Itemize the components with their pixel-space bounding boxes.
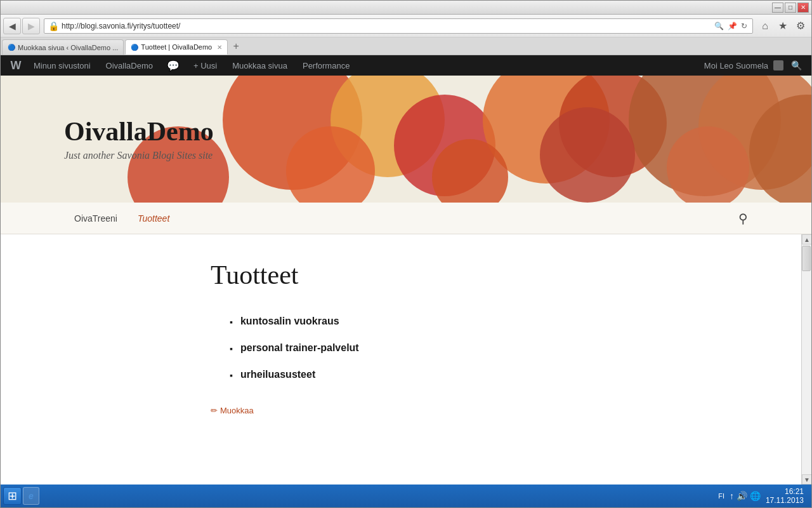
page-content: Tuotteet kuntosalin vuokraus personal tr… — [1, 234, 811, 485]
tab-favicon-muokkaa: 🔵 — [8, 44, 15, 51]
wp-logo-icon: W — [11, 59, 22, 72]
taskbar-network-icon: 🌐 — [750, 491, 761, 501]
scrollbar[interactable]: ▲ ▼ — [801, 234, 811, 485]
scroll-track — [802, 271, 811, 474]
list-item-3: urheiluasusteet — [230, 369, 591, 380]
user-avatar — [773, 60, 783, 70]
wp-admin-bar: W Minun sivustoni OivallaDemo 💬 + Uusi M… — [1, 55, 811, 76]
site-nav-oivatreeni-label: OivaTreeni — [74, 213, 117, 224]
list-item-2: personal trainer-palvelut — [230, 342, 591, 354]
wp-admin-performance[interactable]: Performance — [295, 55, 357, 76]
tab-favicon-tuotteet: 🔵 — [131, 44, 138, 51]
new-tab-button[interactable]: + — [229, 39, 243, 53]
site-title: OivallaDemo — [64, 117, 214, 146]
scroll-down-arrow[interactable]: ▼ — [802, 474, 811, 485]
refresh-icon[interactable]: ↻ — [740, 22, 749, 30]
taskbar-time: 16:21 — [766, 487, 804, 496]
list-item-1-text: kuntosalin vuokraus — [240, 316, 339, 327]
taskbar-clock: 16:21 17.11.2013 — [766, 487, 804, 505]
wp-search-button[interactable]: 🔍 — [786, 55, 806, 76]
taskbar: ⊞ e FI ↑ 🔊 🌐 16:21 17.11.2013 — [1, 485, 811, 507]
header-circle — [540, 107, 635, 203]
taskbar-volume-icon: 🔊 — [737, 491, 747, 501]
page-scrollable: Tuotteet kuntosalin vuokraus personal tr… — [1, 234, 801, 485]
ie-icon: e — [29, 491, 34, 501]
taskbar-right: FI ↑ 🔊 🌐 16:21 17.11.2013 — [713, 487, 809, 505]
address-actions: 🔍 📌 ↻ — [713, 22, 749, 30]
products-list: kuntosalin vuokraus personal trainer-pal… — [230, 316, 591, 380]
taskbar-date: 17.11.2013 — [766, 496, 804, 505]
home-button[interactable]: ⌂ — [757, 18, 773, 34]
comment-icon: 💬 — [167, 60, 180, 72]
forward-button[interactable]: ▶ — [22, 18, 40, 34]
title-bar: — □ ✕ — [1, 1, 811, 15]
site-tagline: Just another Savonia Blogi Sites site — [64, 150, 214, 161]
wp-admin-new-label: + Uusi — [193, 61, 217, 70]
settings-button[interactable]: ⚙ — [792, 18, 809, 34]
site-nav-oivatreeni[interactable]: OivaTreeni — [64, 203, 128, 234]
site-nav-tuotteet-label: Tuotteet — [138, 213, 169, 224]
edit-pencil-icon: ✏ — [211, 406, 218, 415]
browser-content: W Minun sivustoni OivallaDemo 💬 + Uusi M… — [1, 55, 811, 485]
minimize-button[interactable]: — — [772, 3, 783, 13]
scroll-thumb[interactable] — [802, 246, 811, 271]
taskbar-arrow-icon: ↑ — [730, 491, 734, 501]
wp-user-greeting[interactable]: Moi Leo Suomela — [704, 61, 768, 70]
tab-tuotteet[interactable]: 🔵 Tuotteet | OivallaDemo ✕ — [125, 39, 228, 55]
list-item-3-text: urheiluasusteet — [240, 369, 315, 380]
search-icon: ⚲ — [738, 211, 748, 225]
site-search-button[interactable]: ⚲ — [738, 211, 748, 226]
start-icon: ⊞ — [8, 489, 17, 503]
scroll-up-arrow[interactable]: ▲ — [802, 234, 811, 244]
address-text: http://blogi.savonia.fi/yritys/tuotteet/ — [62, 22, 713, 30]
wp-admin-edit-page[interactable]: Muokkaa sivua — [225, 55, 295, 76]
wp-admin-site-name[interactable]: OivallaDemo — [98, 55, 160, 76]
header-text: OivallaDemo Just another Savonia Blogi S… — [64, 117, 214, 161]
navigation-bar: ◀ ▶ 🔒 http://blogi.savonia.fi/yritys/tuo… — [1, 15, 811, 37]
window-controls: — □ ✕ — [772, 3, 809, 13]
taskbar-sys-icons: ↑ 🔊 🌐 — [730, 491, 761, 501]
main-content: Tuotteet kuntosalin vuokraus personal tr… — [1, 234, 801, 485]
site-nav: OivaTreeni Tuotteet ⚲ — [1, 203, 811, 234]
taskbar-ie[interactable]: e — [23, 487, 39, 505]
tab-label-tuotteet: Tuotteet | OivallaDemo — [141, 43, 212, 51]
pin-icon[interactable]: 📌 — [726, 22, 738, 30]
wp-admin-my-sites-label: Minun sivustoni — [34, 61, 91, 70]
start-button[interactable]: ⊞ — [3, 487, 22, 505]
wp-admin-my-sites[interactable]: Minun sivustoni — [26, 55, 98, 76]
tab-muokkaa[interactable]: 🔵 Muokkaa sivua ‹ OivallaDemo ... — [2, 39, 124, 55]
content-inner: Tuotteet kuntosalin vuokraus personal tr… — [211, 260, 591, 415]
list-item-2-text: personal trainer-palvelut — [240, 342, 359, 354]
wp-admin-performance-label: Performance — [303, 61, 350, 70]
close-button[interactable]: ✕ — [797, 3, 809, 13]
maximize-button[interactable]: □ — [785, 3, 796, 13]
header-circle — [667, 126, 749, 203]
tab-close-tuotteet[interactable]: ✕ — [217, 44, 222, 51]
back-button[interactable]: ◀ — [3, 18, 21, 34]
tabs-bar: 🔵 Muokkaa sivua ‹ OivallaDemo ... 🔵 Tuot… — [1, 37, 811, 55]
site-nav-tuotteet[interactable]: Tuotteet — [128, 203, 180, 234]
address-favicon: 🔒 — [48, 21, 59, 31]
wp-logo[interactable]: W — [6, 55, 26, 76]
tab-label-muokkaa: Muokkaa sivua ‹ OivallaDemo ... — [18, 44, 118, 51]
wp-admin-right: Moi Leo Suomela 🔍 — [704, 55, 806, 76]
favorites-button[interactable]: ★ — [775, 18, 791, 34]
wp-admin-comments[interactable]: 💬 — [160, 55, 186, 76]
site-header: OivallaDemo Just another Savonia Blogi S… — [1, 76, 811, 203]
wp-admin-edit-page-label: Muokkaa sivua — [232, 61, 287, 70]
edit-link[interactable]: ✏ Muokkaa — [211, 406, 591, 415]
edit-label: Muokkaa — [220, 406, 254, 415]
browser-window: — □ ✕ ◀ ▶ 🔒 http://blogi.savonia.fi/yrit… — [0, 0, 812, 508]
list-item-1: kuntosalin vuokraus — [230, 316, 591, 327]
wp-admin-new[interactable]: + Uusi — [186, 55, 225, 76]
wp-admin-site-name-label: OivallaDemo — [106, 61, 153, 70]
page-title: Tuotteet — [211, 260, 591, 290]
address-bar[interactable]: 🔒 http://blogi.savonia.fi/yritys/tuottee… — [44, 18, 753, 34]
search-address-icon[interactable]: 🔍 — [713, 22, 725, 30]
taskbar-language: FI — [718, 492, 724, 500]
